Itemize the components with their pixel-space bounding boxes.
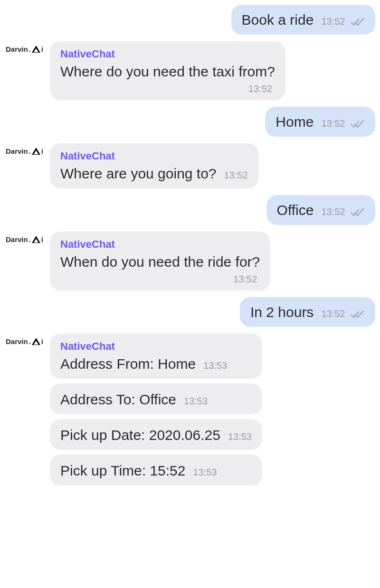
bot-name: NativeChat bbox=[60, 238, 260, 251]
read-receipt-icon bbox=[351, 308, 365, 319]
bot-avatar: Darvin. i bbox=[5, 334, 50, 345]
message-text: In 2 hours bbox=[250, 303, 314, 321]
bot-message-bubble[interactable]: NativeChat Address From: Home 13:53 bbox=[50, 334, 262, 379]
bot-message-group: Darvin. i NativeChat Where do you need t… bbox=[5, 41, 375, 100]
message-text: Pick up Time: 15:52 bbox=[60, 461, 185, 480]
bot-avatar: Darvin. i bbox=[5, 41, 50, 53]
user-message-row: Home 13:52 bbox=[5, 107, 375, 137]
message-time: 13:52 bbox=[60, 274, 260, 285]
triangle-icon bbox=[32, 148, 40, 155]
user-message-bubble[interactable]: Book a ride 13:52 bbox=[231, 5, 375, 35]
bot-message-group: Darvin. i NativeChat Address From: Home … bbox=[5, 334, 375, 485]
message-time: 13:53 bbox=[193, 467, 217, 478]
message-time: 13:53 bbox=[228, 431, 252, 442]
message-text: Where do you need the taxi from? bbox=[60, 62, 275, 81]
bot-message-group: Darvin. i NativeChat When do you need th… bbox=[5, 232, 375, 290]
message-text: When do you need the ride for? bbox=[60, 252, 260, 271]
message-text: Address From: Home bbox=[60, 355, 196, 373]
chat-container: Book a ride 13:52 Darvin. i NativeChat W… bbox=[5, 5, 375, 485]
user-message-bubble[interactable]: In 2 hours 13:52 bbox=[240, 297, 375, 327]
user-message-row: Book a ride 13:52 bbox=[5, 5, 375, 35]
user-message-row: Office 13:52 bbox=[5, 195, 375, 225]
message-time: 13:52 bbox=[321, 118, 365, 129]
bot-name: NativeChat bbox=[60, 48, 275, 60]
user-message-row: In 2 hours 13:52 bbox=[5, 297, 375, 327]
message-text: Address To: Office bbox=[60, 390, 176, 409]
triangle-icon bbox=[32, 236, 40, 243]
message-time: 13:53 bbox=[184, 396, 208, 407]
user-message-bubble[interactable]: Office 13:52 bbox=[266, 195, 375, 225]
message-text: Book a ride bbox=[242, 10, 314, 29]
bot-name: NativeChat bbox=[60, 150, 248, 162]
triangle-icon bbox=[32, 338, 40, 345]
read-receipt-icon bbox=[351, 206, 365, 217]
bot-message-bubble[interactable]: NativeChat Where do you need the taxi fr… bbox=[50, 41, 285, 100]
message-time: 13:52 bbox=[321, 206, 365, 217]
message-time: 13:52 bbox=[321, 16, 365, 27]
bot-message-bubble[interactable]: NativeChat Where are you going to? 13:52 bbox=[50, 143, 258, 188]
read-receipt-icon bbox=[351, 16, 365, 27]
bot-message-bubble[interactable]: Pick up Date: 2020.06.25 13:53 bbox=[50, 419, 262, 450]
bot-message-group: Darvin. i NativeChat Where are you going… bbox=[5, 143, 375, 188]
bot-message-bubble[interactable]: Pick up Time: 15:52 13:53 bbox=[50, 455, 262, 485]
message-text: Office bbox=[277, 201, 314, 219]
message-text: Where are you going to? bbox=[60, 164, 217, 183]
bot-message-bubble[interactable]: NativeChat When do you need the ride for… bbox=[50, 232, 270, 290]
message-time: 13:53 bbox=[203, 360, 227, 371]
message-text: Pick up Date: 2020.06.25 bbox=[60, 426, 220, 444]
message-text: Home bbox=[276, 112, 314, 131]
bot-message-bubble[interactable]: Address To: Office 13:53 bbox=[50, 383, 262, 414]
bot-name: NativeChat bbox=[60, 340, 252, 353]
user-message-bubble[interactable]: Home 13:52 bbox=[265, 107, 375, 137]
bot-avatar: Darvin. i bbox=[5, 143, 50, 155]
triangle-icon bbox=[32, 46, 40, 53]
read-receipt-icon bbox=[351, 118, 365, 129]
message-time: 13:52 bbox=[224, 170, 248, 181]
message-time: 13:52 bbox=[60, 84, 275, 94]
message-time: 13:52 bbox=[321, 308, 365, 319]
bot-avatar: Darvin. i bbox=[5, 232, 50, 243]
